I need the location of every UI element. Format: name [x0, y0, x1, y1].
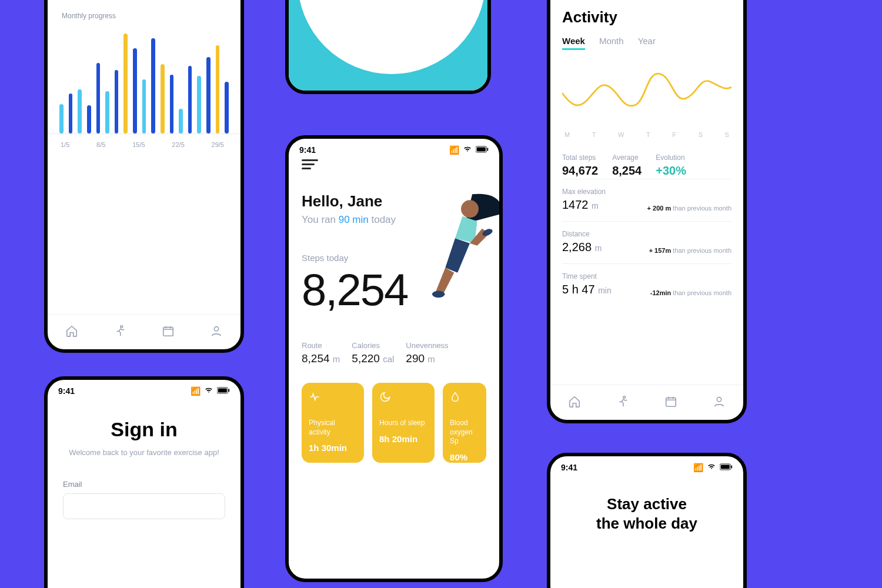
- svg-rect-7: [487, 148, 488, 151]
- svg-point-8: [461, 200, 479, 218]
- tab-week[interactable]: Week: [562, 36, 585, 50]
- max-elevation-row: Max elevation 1472 m + 200 m than previo…: [562, 179, 731, 220]
- svg-rect-1: [163, 327, 173, 336]
- time-spent-row: Time spent 5 h 47 min -12min than previo…: [562, 263, 731, 305]
- svg-point-0: [121, 325, 123, 328]
- physical-activity-card[interactable]: Physical activity 1h 30min: [302, 383, 364, 463]
- calories-metric: Calories 5,220 cal: [352, 341, 394, 365]
- route-metric: Route 8,254 m: [302, 341, 340, 365]
- email-label: Email: [63, 480, 225, 489]
- calendar-icon[interactable]: [664, 395, 677, 410]
- monthly-progress-chart: [48, 28, 240, 134]
- activity-title: Activity: [562, 8, 731, 26]
- wifi-icon: [707, 462, 716, 472]
- svg-point-14: [623, 396, 626, 398]
- svg-rect-18: [721, 465, 730, 469]
- chart-x-labels: 1/5 8/5 15/5 22/5 29/5: [48, 134, 240, 148]
- svg-rect-6: [477, 147, 486, 151]
- heartbeat-icon: [309, 391, 357, 406]
- oxygen-card[interactable]: Blood oxygen Sp 80%: [443, 383, 486, 463]
- svg-point-2: [214, 326, 218, 330]
- svg-rect-15: [666, 397, 676, 406]
- profile-icon[interactable]: [713, 395, 726, 410]
- calendar-icon[interactable]: [162, 325, 175, 340]
- bottom-nav: [550, 385, 743, 420]
- status-time: 9:41: [299, 145, 316, 155]
- home-icon[interactable]: [65, 325, 78, 340]
- status-time: 9:41: [58, 386, 75, 396]
- battery-icon: [217, 386, 230, 396]
- total-steps-stat: Total steps 94,672: [562, 153, 598, 178]
- tab-month[interactable]: Month: [599, 36, 624, 50]
- tab-year[interactable]: Year: [638, 36, 656, 50]
- menu-icon[interactable]: [302, 159, 318, 171]
- svg-rect-13: [228, 389, 229, 392]
- droplet-icon: [450, 391, 479, 406]
- svg-point-16: [717, 397, 721, 401]
- sleep-card[interactable]: Hours of sleep 8h 20min: [372, 383, 435, 463]
- signal-icon: 📶: [693, 463, 703, 472]
- run-icon[interactable]: [616, 395, 629, 410]
- moon-icon: [379, 391, 427, 406]
- monthly-progress-label: Monthly progress: [62, 12, 240, 20]
- promo-headline: Stay activethe whole day: [563, 495, 730, 533]
- runner-illustration: [330, 0, 459, 9]
- activity-screen: Activity Week Month Year MTWTFSS Total s…: [547, 0, 747, 423]
- evolution-stat: Evolution +30%: [656, 153, 686, 178]
- distance-row: Distance 2,268 m + 157m than previous mo…: [562, 221, 731, 262]
- signal-icon: 📶: [449, 145, 459, 155]
- battery-icon: [476, 145, 489, 155]
- day-labels: MTWTFSS: [562, 128, 731, 138]
- unevenness-metric: Unevenness 290 m: [406, 341, 448, 365]
- runner-illustration: [405, 189, 503, 307]
- battery-icon: [720, 463, 733, 472]
- range-tabs: Week Month Year: [562, 36, 731, 50]
- email-field[interactable]: [63, 493, 225, 519]
- status-bar: 9:41 📶: [289, 139, 499, 156]
- dashboard-screen: 9:41 📶 Hello, Jane You ran 90 min today …: [285, 135, 503, 582]
- status-bar: 9:41 📶: [550, 456, 743, 473]
- average-stat: Average 8,254: [612, 153, 642, 178]
- bottom-nav: [48, 314, 240, 349]
- home-icon[interactable]: [568, 395, 581, 410]
- promo-screen: 9:41 📶 Stay activethe whole day: [547, 453, 747, 588]
- svg-rect-12: [218, 388, 227, 392]
- wifi-icon: [204, 386, 213, 396]
- svg-rect-19: [731, 465, 732, 468]
- signin-title: Sign in: [63, 418, 225, 441]
- wifi-icon: [463, 145, 472, 155]
- progress-screen: 7,451 87 Monthly progress 1/5: [44, 0, 244, 353]
- status-bar: 9:41 📶: [48, 380, 240, 397]
- profile-icon[interactable]: [210, 325, 223, 340]
- status-time: 9:41: [561, 463, 577, 472]
- svg-point-9: [432, 291, 445, 298]
- signin-subtitle: Welcome back to your favorite exercise a…: [63, 447, 225, 459]
- run-icon[interactable]: [113, 325, 126, 340]
- signin-screen: 9:41 📶 Sign in Welcome back to your favo…: [44, 376, 244, 588]
- signal-icon: 📶: [191, 386, 201, 396]
- splash-screen: [285, 0, 491, 94]
- activity-sparkline: [562, 61, 731, 125]
